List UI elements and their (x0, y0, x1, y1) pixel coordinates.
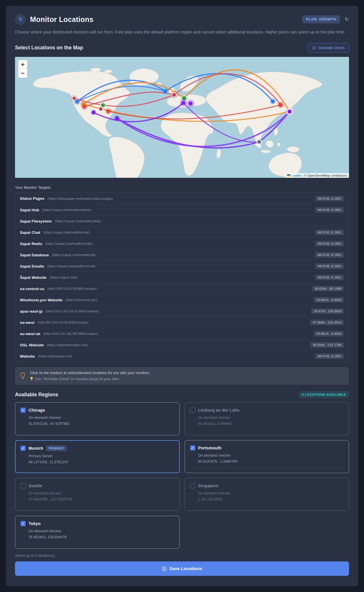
page-title: Monitor Locations (30, 15, 93, 24)
target-name: Sapat Emails (20, 264, 44, 268)
target-url: (https://openstartuplist.com) (47, 343, 88, 347)
table-row: na-central-us(http://209.126.0.56:8081/r… (15, 283, 349, 294)
zoom-out-button[interactable]: − (18, 69, 27, 78)
target-coords-badge: 50.8514, -0.9903 (314, 331, 344, 337)
tip-box: Click on the markers to select/deselect … (15, 367, 349, 385)
target-url: (https://whohosts.pro) (66, 298, 98, 302)
target-name: Šapat Website (20, 275, 46, 280)
world-map[interactable]: + − Leaflet | © OpenStreetMap contributo… (15, 57, 349, 178)
table-row: Sapat Emails(https://sapat.chat/healthz/… (15, 260, 349, 272)
primary-badge: PRIMARY (46, 445, 67, 451)
checkbox[interactable] (20, 446, 26, 451)
table-row: eu-west-uk(http://149.102.146.185:8081/r… (15, 328, 349, 339)
region-card-portsmouth[interactable]: Portsmouth On-demand checker 50.8197675,… (185, 440, 349, 473)
target-coords-badge: 48.9742, 8.1851 (315, 229, 344, 235)
table-row: OSL Website(https://openstartuplist.com)… (15, 339, 349, 350)
marker-na-blue[interactable] (74, 99, 80, 105)
region-name: Chicago (29, 408, 45, 412)
simulate-check-button[interactable]: Simulate Check (308, 43, 349, 53)
region-name: Tokyo (29, 521, 41, 526)
target-coords-badge: 38.6364, -90.1985 (312, 286, 344, 292)
target-name: na-west (20, 320, 34, 325)
tip-line-2: Use "Simulate Check" to visualize pings … (35, 377, 120, 381)
target-url: (https://sapat.chat/healthz/redis) (45, 242, 93, 245)
save-locations-button[interactable]: Save Locations (15, 561, 349, 576)
table-row: apac-east-jp(http://103.125.216.51:8081/… (15, 305, 349, 317)
region-name: Munich (29, 446, 43, 451)
marker-tokyo[interactable] (286, 108, 293, 115)
target-name: Website (20, 354, 35, 358)
region-subtitle: On-demand checker (29, 529, 174, 533)
bulb-emoji-icon (30, 377, 33, 381)
target-name: Sapat Database (20, 253, 49, 257)
checkbox[interactable] (20, 521, 26, 526)
marker-asia-blue[interactable] (270, 99, 276, 104)
region-card-chicago[interactable]: Chicago On-demand checker 41.8781136, -8… (15, 402, 180, 435)
target-url: (http://103.125.216.51:8081/readyz) (46, 309, 99, 313)
map-canvas (15, 57, 349, 178)
ukraine-flag-icon (287, 174, 290, 177)
refresh-icon[interactable]: ↻ (345, 17, 349, 22)
marker-na-purple2[interactable] (114, 115, 120, 121)
map-section-title: Select Locations on the Map (15, 45, 83, 51)
marker-na-purple[interactable] (91, 110, 96, 115)
region-card-munich[interactable]: MunichPRIMARY Primary Server 48.1371541,… (15, 440, 180, 473)
lightbulb-icon (20, 372, 25, 380)
target-coords-badge: 48.9742, 8.1851 (315, 196, 344, 201)
checkbox[interactable] (190, 408, 195, 413)
leaflet-link[interactable]: Leaflet (292, 174, 301, 177)
table-row: Sapat Redis(https://sapat.chat/healthz/r… (15, 238, 349, 249)
region-coords: 35.652832, 139.839478 (29, 535, 174, 539)
checkbox[interactable] (190, 483, 195, 488)
table-row: Sapat Filesystem(https://sapat.chat/heal… (15, 215, 349, 227)
target-name: Sapat Chat (20, 230, 40, 235)
marker-eu-purple2[interactable] (187, 100, 194, 107)
target-url: (https://sapat.chat/healthz/email) (47, 264, 95, 268)
targets-heading: Your Monitor Targets (15, 185, 349, 190)
region-card-limburg[interactable]: Limburg an der Lahn On-demand checker 50… (185, 402, 349, 435)
region-subtitle: On-demand checker (198, 416, 344, 420)
table-row: Sapat Chat(https://sapat.chat/healthz/ch… (15, 227, 349, 238)
region-subtitle: On-demand checker (198, 491, 344, 495)
target-url: (https://statuspage.me/healthz/status-pa… (48, 197, 113, 200)
target-coords-badge: 50.8514, -0.9903 (314, 297, 344, 303)
region-coords: 1.29, 103.8503 (198, 497, 344, 501)
region-card-tokyo[interactable]: Tokyo On-demand checker 35.652832, 139.8… (15, 516, 180, 549)
region-subtitle: Primary Server (29, 454, 174, 458)
map-zoom-control: + − (18, 60, 28, 78)
table-row: Sapat Hub(https://sapat.chat/healthz/adm… (15, 204, 349, 215)
marker-na-red2[interactable] (105, 108, 111, 115)
target-name: OSL Website (20, 343, 44, 347)
region-subtitle: On-demand checker (29, 491, 174, 495)
locations-available-badge: 4 LOCATIONS AVAILABLE (299, 391, 349, 398)
table-row: Šapat Website(https://sapat.chat)48.9742… (15, 272, 349, 283)
region-name: Portsmouth (198, 446, 222, 450)
plan-badge: PLAN: GROWTH (302, 15, 340, 23)
target-url: (https://sapat.chat) (50, 276, 77, 279)
tip-line-1: Click on the markers to select/deselect … (30, 371, 344, 375)
region-coords: 50.8197675, -1.0880769 (198, 460, 344, 464)
marker-na-red[interactable] (81, 104, 87, 110)
target-name: Sapat Redis (20, 242, 42, 246)
marker-portsmouth[interactable] (170, 91, 177, 98)
table-row: WhoHosts.pro Website(https://whohosts.pr… (15, 294, 349, 305)
checkbox[interactable] (190, 445, 195, 451)
save-tray-icon (162, 566, 167, 571)
marker-eu-purple[interactable] (180, 100, 187, 107)
zoom-in-button[interactable]: + (18, 60, 27, 69)
region-card-singapore[interactable]: Singapore On-demand checker 1.29, 103.85… (185, 478, 349, 511)
region-name: Seattle (29, 483, 42, 488)
checkbox[interactable] (20, 408, 26, 413)
marker-singapore[interactable] (257, 140, 262, 144)
region-card-seattle[interactable]: Seattle On-demand checker 47.6062095, -1… (15, 478, 180, 511)
marker-asia-red[interactable] (277, 102, 284, 108)
target-url: (http://149.102.146.185:8081/readyz) (44, 332, 98, 335)
description: Choose where your distributed monitors w… (15, 29, 349, 36)
target-coords-badge: 48.9742, 8.1851 (315, 252, 344, 258)
marker-eu-blue[interactable] (162, 88, 168, 95)
map-attribution: Leaflet | © OpenStreetMap contributors (285, 173, 349, 178)
target-name: WhoHosts.pro Website (20, 298, 63, 302)
target-name: Sapat Filesystem (20, 219, 52, 223)
checkbox[interactable] (20, 483, 26, 488)
marker-na-central[interactable] (99, 107, 103, 111)
